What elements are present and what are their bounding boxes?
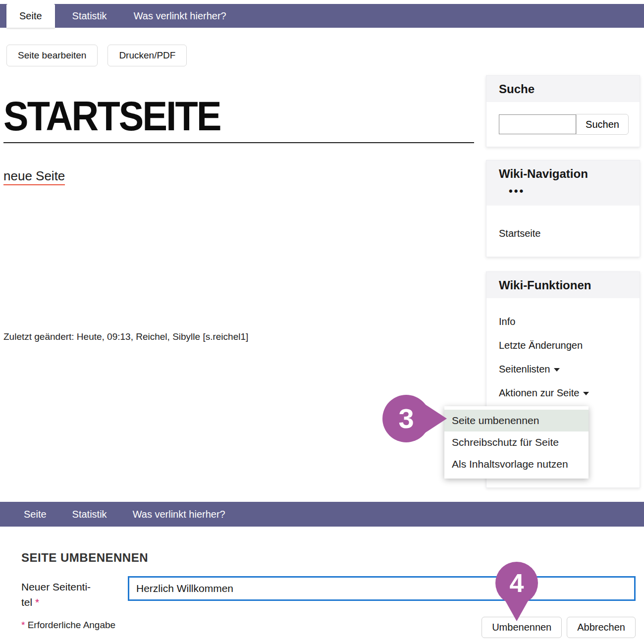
- menu-item-seite-umbenennen[interactable]: Seite umbenennen: [444, 410, 589, 431]
- new-title-label: Neuer Seitenti- tel *: [21, 579, 108, 610]
- rename-cancel-button[interactable]: Abbrechen: [567, 617, 636, 638]
- search-button[interactable]: Suchen: [576, 114, 629, 135]
- rename-form-title: SEITE UMBENENNEN: [21, 551, 148, 565]
- bottom-tab-bar: Seite Statistik Was verlinkt hierher?: [0, 502, 644, 527]
- ellipsis-menu-icon[interactable]: •••: [509, 185, 627, 198]
- step-4-callout: 4: [495, 562, 538, 621]
- menu-item-inhaltsvorlage[interactable]: Als Inhaltsvorlage nutzen: [444, 453, 589, 475]
- new-title-input[interactable]: [128, 576, 636, 601]
- step-3-callout: 3: [382, 395, 447, 442]
- func-item-seitenlisten[interactable]: Seitenlisten: [499, 364, 627, 375]
- tab-statistik[interactable]: Statistik: [59, 4, 120, 28]
- step-4-number: 4: [510, 569, 524, 597]
- tab-seite[interactable]: Seite: [6, 4, 55, 28]
- menu-item-schreibschutz[interactable]: Schreibschutz für Seite: [444, 431, 589, 453]
- step-3-number: 3: [398, 403, 414, 434]
- tab2-was-verlinkt-hierher[interactable]: Was verlinkt hierher?: [133, 509, 225, 520]
- func-item-aktionen-zur-seite[interactable]: Aktionen zur Seite: [499, 387, 627, 399]
- wiki-navigation-header: Wiki-Navigation •••: [486, 161, 640, 206]
- wiki-navigation-title: Wiki-Navigation: [499, 167, 627, 181]
- search-input[interactable]: [499, 114, 576, 134]
- required-star: *: [21, 620, 25, 630]
- tab-was-verlinkt-hierher[interactable]: Was verlinkt hierher?: [120, 4, 240, 28]
- search-panel-title: Suche: [499, 82, 535, 96]
- page-actions-dropdown: Seite umbenennen Schreibschutz für Seite…: [444, 406, 589, 479]
- wiki-functions-header: Wiki-Funktionen: [486, 272, 640, 298]
- required-note: * Erforderliche Angabe: [21, 620, 115, 631]
- last-changed-text: Zuletzt geändert: Heute, 09:13, Reichel,…: [3, 331, 248, 342]
- nav-item-startseite[interactable]: Startseite: [499, 228, 540, 239]
- print-pdf-button[interactable]: Drucken/PDF: [107, 45, 187, 66]
- wiki-functions-title: Wiki-Funktionen: [499, 278, 591, 292]
- required-star: *: [35, 596, 39, 608]
- new-page-link[interactable]: neue Seite: [3, 168, 65, 185]
- caret-down-icon: [554, 368, 560, 372]
- func-item-info[interactable]: Info: [499, 316, 627, 327]
- search-panel: Suche Suchen: [486, 75, 640, 147]
- caret-down-icon: [583, 392, 589, 395]
- tab2-statistik[interactable]: Statistik: [72, 509, 107, 520]
- wiki-navigation-panel: Wiki-Navigation ••• Startseite: [486, 160, 640, 257]
- page-title: STARTSEITE: [3, 92, 220, 140]
- tab2-seite[interactable]: Seite: [24, 509, 47, 520]
- title-divider: [3, 142, 474, 143]
- search-panel-header: Suche: [486, 76, 640, 102]
- func-item-letzte-aenderungen[interactable]: Letzte Änderungen: [499, 340, 627, 351]
- edit-page-button[interactable]: Seite bearbeiten: [6, 45, 98, 66]
- top-tab-bar: Seite Statistik Was verlinkt hierher?: [0, 4, 644, 28]
- page-toolbar: Seite bearbeiten Drucken/PDF: [6, 45, 187, 66]
